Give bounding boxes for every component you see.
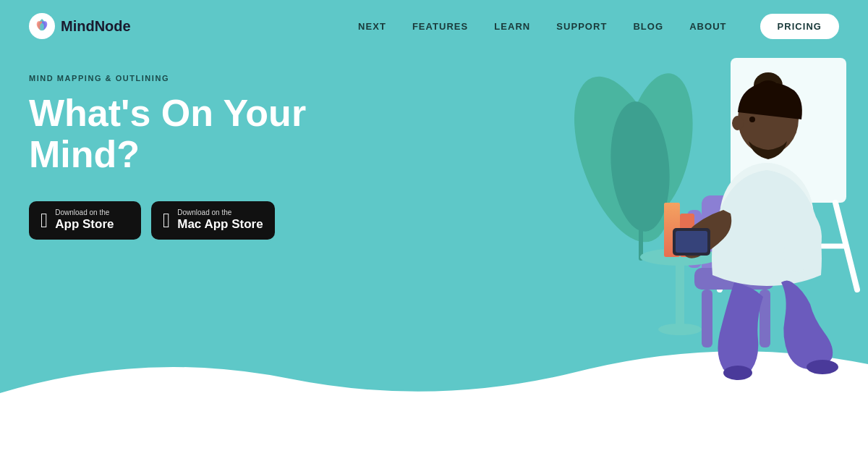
hero-subtitle: MIND MAPPING & OUTLINING: [29, 74, 391, 83]
svg-rect-33: [676, 231, 707, 253]
nav-learn[interactable]: LEARN: [494, 21, 530, 32]
app-store-top-text: Download on the: [55, 208, 114, 217]
mac-app-store-button[interactable]:  Download on the Mac App Store: [151, 201, 275, 239]
hero-content: MIND MAPPING & OUTLINING What's On Your …: [0, 52, 420, 240]
app-store-main-text: App Store: [55, 217, 114, 232]
mac-store-top-text: Download on the: [177, 208, 263, 217]
apple-mac-icon: : [163, 211, 170, 231]
app-store-text: Download on the App Store: [55, 208, 114, 232]
svg-point-31: [749, 117, 755, 122]
svg-rect-7: [639, 203, 643, 261]
nav-about[interactable]: ABOUT: [689, 21, 726, 32]
svg-point-3: [40, 23, 44, 30]
mindnode-logo-icon: [29, 13, 55, 39]
nav-next[interactable]: NEXT: [358, 21, 386, 32]
page-wrapper: MindNode NEXT FEATURES LEARN SUPPORT BLO…: [0, 0, 868, 451]
mac-app-store-text: Download on the Mac App Store: [177, 208, 263, 232]
svg-point-25: [807, 360, 838, 374]
svg-rect-15: [702, 290, 712, 347]
nav-support[interactable]: SUPPORT: [556, 21, 607, 32]
svg-rect-19: [676, 257, 684, 329]
logo-text: MindNode: [61, 18, 131, 35]
apple-icon: : [41, 211, 48, 231]
svg-point-30: [732, 116, 744, 130]
app-store-button[interactable]:  Download on the App Store: [29, 201, 141, 239]
nav-links: NEXT FEATURES LEARN SUPPORT BLOG ABOUT P…: [358, 14, 839, 39]
mac-store-main-text: Mac App Store: [177, 217, 263, 232]
svg-point-26: [723, 366, 752, 380]
navbar: MindNode NEXT FEATURES LEARN SUPPORT BLO…: [0, 0, 868, 52]
nav-blog[interactable]: BLOG: [633, 21, 663, 32]
logo-area[interactable]: MindNode: [29, 13, 131, 39]
store-buttons:  Download on the App Store  Download o…: [29, 201, 391, 239]
pricing-button[interactable]: PRICING: [760, 14, 839, 39]
hero-title: What's On Your Mind?: [29, 93, 391, 175]
nav-features[interactable]: FEATURES: [412, 21, 468, 32]
svg-point-20: [658, 324, 702, 335]
